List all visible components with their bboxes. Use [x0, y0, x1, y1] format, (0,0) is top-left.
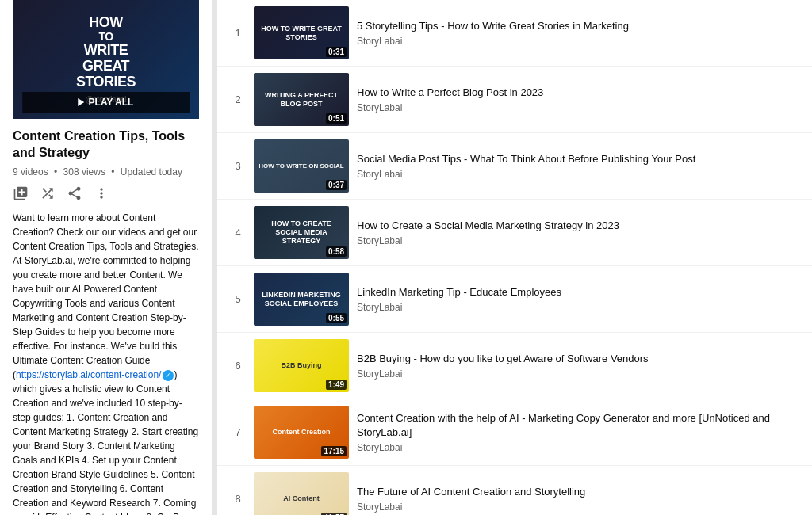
video-thumbnail: HOW TO WRITE GREAT STORIES 0:31	[254, 6, 349, 59]
video-number: 2	[230, 93, 246, 105]
thumb-line-1: HOW	[89, 15, 123, 31]
duration-badge: 17:15	[321, 446, 347, 456]
video-thumbnail: Content Creation 17:15	[254, 406, 349, 459]
thumb-line-3: WRITE	[84, 43, 128, 59]
play-triangle-icon	[79, 98, 85, 106]
video-info: How to Create a Social Media Marketing S…	[357, 219, 799, 246]
video-title: How to Write a Perfect Blog Post in 2023	[357, 86, 799, 100]
video-title: LinkedIn Marketing Tip - Educate Employe…	[357, 285, 799, 299]
video-item[interactable]: 5 LINKEDIN MARKETING SOCIAL EMPLOYEES 0:…	[217, 266, 812, 333]
video-info: Social Media Post Tips - What To Think A…	[357, 152, 799, 180]
video-thumbnail: AI Content 41:57	[254, 472, 349, 515]
video-number: 4	[230, 227, 246, 238]
verified-badge: ✓	[163, 370, 174, 381]
video-channel: StoryLabai	[357, 169, 799, 180]
video-title: Social Media Post Tips - What To Think A…	[357, 152, 799, 166]
video-title: The Future of AI Content Creation and St…	[357, 485, 799, 499]
description-text-end: ) which gives a holistic view to Content…	[13, 369, 198, 515]
video-item[interactable]: 4 HOW TO CREATE SOCIAL MEDIA STRATEGY 0:…	[217, 200, 812, 266]
play-all-label: PLAY ALL	[89, 97, 134, 108]
playlist-thumbnail: HOW TO WRITE GREAT STORIES @storylabai P…	[13, 0, 199, 119]
video-item[interactable]: 1 HOW TO WRITE GREAT STORIES 0:31 5 Stor…	[217, 0, 812, 67]
video-count: 9 videos	[13, 166, 48, 177]
video-number: 5	[230, 293, 246, 305]
video-info: LinkedIn Marketing Tip - Educate Employe…	[357, 285, 799, 313]
thumb-image: AI Content	[254, 472, 349, 515]
video-item[interactable]: 7 Content Creation 17:15 Content Creatio…	[217, 399, 812, 466]
video-thumbnail: LINKEDIN MARKETING SOCIAL EMPLOYEES 0:55	[254, 273, 349, 326]
action-bar	[13, 185, 199, 201]
video-thumbnail: HOW TO CREATE SOCIAL MEDIA STRATEGY 0:58	[254, 206, 349, 259]
playlist-title: Content Creation Tips, Tools and Strateg…	[13, 128, 199, 162]
thumb-line-4: GREAT	[82, 59, 129, 74]
video-thumbnail: WRITING A PERFECT BLOG POST 0:51	[254, 73, 349, 126]
duration-badge: 0:58	[326, 246, 347, 257]
description-text: Want to learn more about Content Creatio…	[13, 212, 199, 380]
duration-badge: 0:31	[326, 47, 347, 57]
shuffle-icon[interactable]	[40, 185, 56, 201]
updated-date: Updated today	[121, 166, 182, 177]
video-item[interactable]: 2 WRITING A PERFECT BLOG POST 0:51 How t…	[217, 67, 812, 133]
video-list: 1 HOW TO WRITE GREAT STORIES 0:31 5 Stor…	[217, 0, 812, 515]
video-item[interactable]: 6 B2B Buying 1:49 B2B Buying - How do yo…	[217, 333, 812, 399]
video-item[interactable]: 3 HOW TO WRITE ON SOCIAL 0:37 Social Med…	[217, 133, 812, 200]
video-number: 1	[230, 27, 246, 39]
duration-badge: 0:51	[326, 113, 347, 124]
video-channel: StoryLabai	[357, 442, 799, 453]
playlist-meta: 9 videos • 308 views • Updated today	[13, 166, 199, 177]
right-panel: 1 HOW TO WRITE GREAT STORIES 0:31 5 Stor…	[217, 0, 812, 515]
video-channel: StoryLabai	[357, 36, 799, 47]
video-title: B2B Buying - How do you like to get Awar…	[357, 352, 799, 366]
video-number: 6	[230, 360, 246, 372]
video-title: 5 Storytelling Tips - How to Write Great…	[357, 19, 799, 33]
thumb-line-5: STORIES	[76, 74, 136, 90]
separator: •	[54, 166, 57, 177]
video-info: Content Creation with the help of AI - M…	[357, 411, 799, 453]
video-thumbnail: HOW TO WRITE ON SOCIAL 0:37	[254, 139, 349, 193]
left-panel: HOW TO WRITE GREAT STORIES @storylabai P…	[0, 0, 213, 515]
duration-badge: 1:49	[326, 380, 347, 390]
video-channel: StoryLabai	[357, 302, 799, 313]
video-channel: StoryLabai	[357, 235, 799, 246]
description-link[interactable]: https://storylab.ai/content-creation/	[16, 369, 161, 380]
video-info: B2B Buying - How do you like to get Awar…	[357, 352, 799, 380]
thumb-line-2: TO	[98, 31, 113, 43]
video-info: The Future of AI Content Creation and St…	[357, 485, 799, 513]
video-info: 5 Storytelling Tips - How to Write Great…	[357, 19, 799, 47]
playlist-description: Want to learn more about Content Creatio…	[13, 211, 199, 515]
video-channel: StoryLabai	[357, 368, 799, 380]
video-channel: StoryLabai	[357, 102, 799, 113]
video-title: How to Create a Social Media Marketing S…	[357, 219, 799, 233]
duration-badge: 0:37	[326, 180, 347, 190]
separator2: •	[111, 166, 114, 177]
play-all-button[interactable]: PLAY ALL	[22, 92, 190, 113]
video-number: 7	[230, 426, 246, 438]
view-count: 308 views	[63, 166, 105, 177]
video-number: 3	[230, 160, 246, 172]
more-options-icon[interactable]	[94, 185, 109, 201]
add-to-queue-icon[interactable]	[13, 185, 29, 201]
video-item[interactable]: 8 AI Content 41:57 The Future of AI Cont…	[217, 466, 812, 515]
duration-badge: 0:55	[326, 313, 347, 323]
video-info: How to Write a Perfect Blog Post in 2023…	[357, 86, 799, 113]
share-icon[interactable]	[67, 185, 82, 201]
video-channel: StoryLabai	[357, 502, 799, 513]
video-thumbnail: B2B Buying 1:49	[254, 339, 349, 392]
video-number: 8	[230, 493, 246, 505]
video-title: Content Creation with the help of AI - M…	[357, 411, 799, 440]
